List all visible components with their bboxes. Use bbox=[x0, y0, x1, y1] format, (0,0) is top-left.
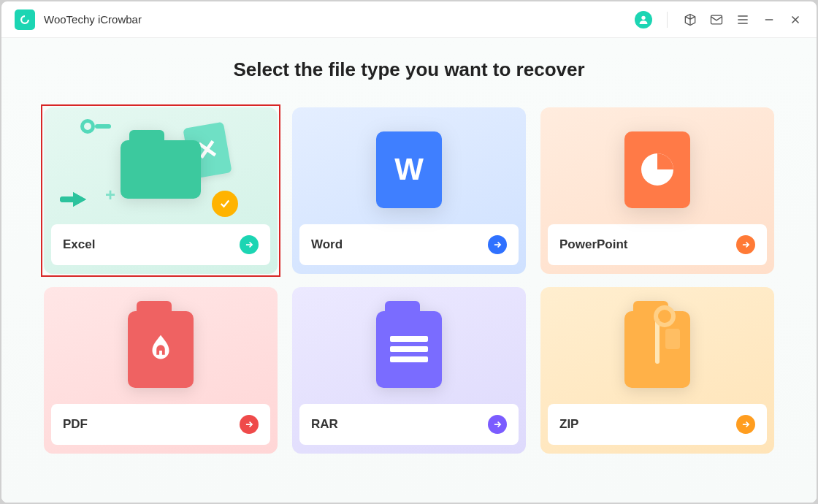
go-button[interactable] bbox=[488, 235, 507, 254]
card-label-row: RAR bbox=[299, 404, 519, 445]
cube-icon[interactable] bbox=[682, 12, 698, 28]
rar-lines-icon bbox=[376, 311, 442, 388]
go-button[interactable] bbox=[488, 415, 507, 434]
card-ppt-wrap: PowerPoint bbox=[540, 107, 774, 274]
card-zip-wrap: ZIP bbox=[540, 287, 774, 454]
go-button[interactable] bbox=[736, 415, 755, 434]
zip-handle-icon bbox=[665, 329, 680, 349]
excel-artwork: ✕ + bbox=[51, 115, 270, 224]
titlebar: WooTechy iCrowbar bbox=[1, 1, 817, 38]
word-artwork: W bbox=[299, 115, 519, 224]
app-logo-icon bbox=[15, 9, 35, 30]
go-button[interactable] bbox=[240, 415, 259, 434]
card-pdf-wrap: PDF bbox=[44, 287, 278, 454]
menu-icon[interactable] bbox=[735, 12, 751, 28]
ppt-artwork bbox=[548, 115, 767, 224]
pdf-doc-icon bbox=[128, 311, 194, 388]
key-icon bbox=[80, 119, 114, 135]
card-label-row: Word bbox=[299, 224, 519, 265]
card-label-row: Excel bbox=[51, 224, 270, 265]
go-button[interactable] bbox=[736, 235, 755, 254]
check-badge-icon bbox=[212, 191, 238, 217]
zip-artwork bbox=[548, 294, 767, 404]
page-heading: Select the file type you want to recover bbox=[233, 58, 584, 81]
separator bbox=[667, 12, 668, 28]
card-label: ZIP bbox=[559, 417, 578, 432]
filetype-grid: ✕ + Excel bbox=[37, 107, 781, 454]
svg-rect-1 bbox=[711, 15, 722, 24]
card-label-row: PDF bbox=[51, 404, 270, 445]
card-label: RAR bbox=[311, 417, 338, 432]
content: Select the file type you want to recover… bbox=[1, 38, 817, 503]
ppt-doc-icon bbox=[624, 131, 690, 208]
plus-icon: + bbox=[105, 185, 115, 205]
card-powerpoint[interactable]: PowerPoint bbox=[540, 107, 774, 274]
pdf-glyph-icon bbox=[128, 311, 194, 388]
titlebar-left: WooTechy iCrowbar bbox=[15, 9, 142, 30]
card-rar-wrap: RAR bbox=[292, 287, 526, 454]
card-label-row: PowerPoint bbox=[548, 224, 767, 265]
card-word-wrap: W Word bbox=[292, 107, 526, 274]
card-label: PowerPoint bbox=[559, 237, 628, 252]
app-title: WooTechy iCrowbar bbox=[44, 13, 142, 26]
card-pdf[interactable]: PDF bbox=[44, 287, 278, 454]
close-button[interactable] bbox=[787, 12, 803, 28]
pdf-artwork bbox=[51, 294, 270, 404]
card-label-row: ZIP bbox=[548, 404, 767, 445]
mail-icon[interactable] bbox=[708, 12, 725, 28]
titlebar-right bbox=[635, 11, 803, 28]
arrow-icon bbox=[73, 192, 86, 207]
zip-pull-icon bbox=[654, 305, 676, 327]
rar-artwork bbox=[299, 294, 519, 404]
rar-doc-icon bbox=[376, 311, 442, 388]
card-excel-wrap: ✕ + Excel bbox=[44, 107, 278, 274]
card-excel[interactable]: ✕ + Excel bbox=[44, 107, 278, 274]
pie-icon bbox=[641, 153, 673, 186]
card-rar[interactable]: RAR bbox=[292, 287, 526, 454]
word-doc-icon: W bbox=[376, 131, 442, 208]
card-word[interactable]: W Word bbox=[292, 107, 526, 274]
app-window: WooTechy iCrowbar Select t bbox=[1, 1, 817, 503]
card-label: Word bbox=[311, 237, 343, 252]
card-zip[interactable]: ZIP bbox=[540, 287, 774, 454]
card-label: PDF bbox=[63, 417, 88, 432]
account-icon[interactable] bbox=[635, 11, 652, 28]
go-button[interactable] bbox=[240, 235, 259, 254]
zip-doc-icon bbox=[624, 311, 690, 388]
svg-point-0 bbox=[641, 15, 645, 19]
card-label: Excel bbox=[63, 237, 95, 252]
minimize-button[interactable] bbox=[761, 12, 777, 28]
folder-icon bbox=[121, 140, 201, 199]
